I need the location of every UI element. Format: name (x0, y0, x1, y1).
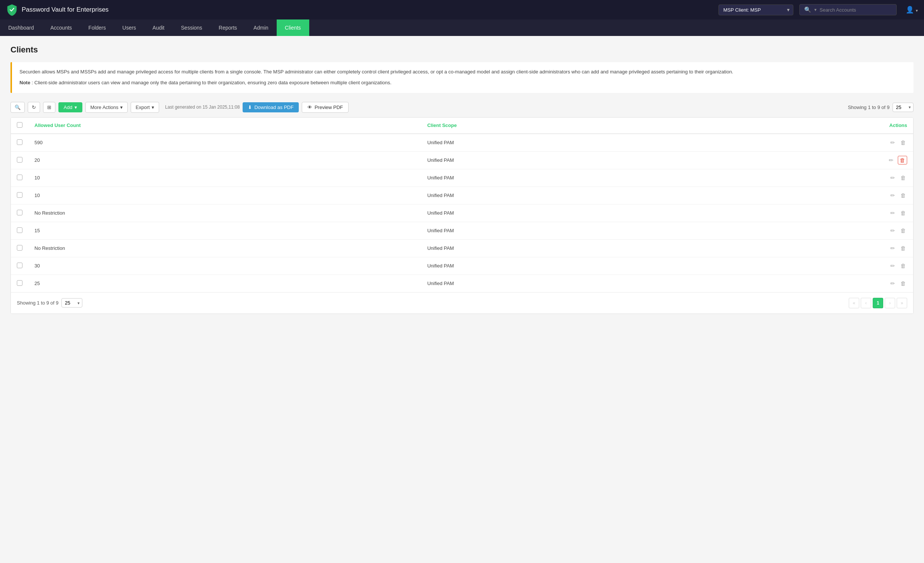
row-checkbox[interactable] (17, 157, 22, 162)
more-actions-button[interactable]: More Actions ▾ (86, 102, 128, 113)
delete-button[interactable]: 🗑 (899, 173, 907, 182)
export-chevron-icon: ▾ (152, 105, 154, 110)
edit-button[interactable]: ✏ (888, 156, 895, 165)
columns-button[interactable]: ⊞ (43, 102, 56, 113)
bottom-per-page-select[interactable]: 25 50 100 (62, 298, 82, 308)
cell-client-scope: Unified PAM (421, 239, 701, 257)
cell-client-scope: Unified PAM (421, 257, 701, 275)
row-checkbox-cell (11, 257, 28, 275)
row-checkbox[interactable] (17, 210, 22, 215)
table-row: 20Unified PAM✏🗑 (11, 151, 913, 169)
row-checkbox[interactable] (17, 280, 22, 286)
refresh-button[interactable]: ↻ (28, 102, 40, 113)
bottom-per-page-wrapper[interactable]: 25 50 100 (62, 298, 82, 308)
nav-item-accounts[interactable]: Accounts (42, 20, 81, 36)
export-button[interactable]: Export ▾ (130, 102, 159, 113)
search-input[interactable] (819, 7, 892, 13)
showing-info: Showing 1 to 9 of 9 25 50 100 (848, 103, 914, 112)
preview-pdf-button[interactable]: 👁 Preview PDF (302, 102, 348, 113)
note-text: : Client-side administrator users can vi… (32, 80, 392, 86)
cell-actions: ✏🗑 (701, 257, 913, 275)
info-note: Note : Client-side administrator users c… (20, 79, 906, 87)
msp-dropdown[interactable]: MSP Client: MSP (718, 5, 794, 15)
cell-allowed-user-count: 20 (28, 151, 421, 169)
msp-selector[interactable]: MSP Client: MSP (718, 5, 794, 15)
logo-icon (6, 4, 18, 16)
nav-item-admin[interactable]: Admin (245, 20, 277, 36)
table-body: 590Unified PAM✏🗑20Unified PAM✏🗑10Unified… (11, 134, 913, 292)
row-checkbox[interactable] (17, 263, 22, 268)
cell-actions: ✏🗑 (701, 151, 913, 169)
cell-actions: ✏🗑 (701, 169, 913, 186)
row-checkbox-cell (11, 151, 28, 169)
delete-button[interactable]: 🗑 (899, 261, 907, 270)
preview-icon: 👁 (308, 105, 312, 110)
per-page-wrapper[interactable]: 25 50 100 (892, 103, 914, 112)
delete-button[interactable]: 🗑 (899, 226, 907, 235)
edit-button[interactable]: ✏ (889, 173, 896, 182)
table-row: No RestrictionUnified PAM✏🗑 (11, 239, 913, 257)
next-page-button[interactable]: › (885, 298, 895, 308)
row-checkbox-cell (11, 275, 28, 292)
nav-item-folders[interactable]: Folders (80, 20, 114, 36)
page-content: Clients Securden allows MSPs and MSSPs a… (0, 36, 924, 563)
delete-button[interactable]: 🗑 (899, 244, 907, 252)
main-nav: Dashboard Accounts Folders Users Audit S… (0, 20, 924, 36)
user-icon[interactable]: 👤 ▾ (906, 6, 918, 14)
search-button[interactable]: 🔍 (10, 102, 25, 113)
delete-button[interactable]: 🗑 (898, 156, 907, 164)
edit-button[interactable]: ✏ (889, 209, 896, 218)
first-page-button[interactable]: « (849, 298, 859, 308)
download-pdf-button[interactable]: ⬇ Download as PDF (243, 102, 299, 113)
edit-button[interactable]: ✏ (889, 138, 896, 147)
edit-button[interactable]: ✏ (889, 261, 896, 270)
row-checkbox[interactable] (17, 227, 22, 233)
delete-button[interactable]: 🗑 (899, 279, 907, 288)
search-area[interactable]: 🔍 ▾ (800, 4, 897, 15)
edit-button[interactable]: ✏ (889, 279, 896, 288)
clients-table-container: Allowed User Count Client Scope Actions … (10, 117, 914, 314)
row-checkbox[interactable] (17, 245, 22, 251)
edit-button[interactable]: ✏ (889, 191, 896, 200)
cell-allowed-user-count: 15 (28, 222, 421, 239)
info-text: Securden allows MSPs and MSSPs add and m… (20, 68, 906, 76)
cell-actions: ✏🗑 (701, 275, 913, 292)
pagination: « ‹ 1 › » (849, 298, 907, 308)
col-header-actions: Actions (701, 118, 913, 134)
last-page-button[interactable]: » (897, 298, 907, 308)
nav-item-dashboard[interactable]: Dashboard (0, 20, 42, 36)
row-checkbox[interactable] (17, 192, 22, 198)
add-button[interactable]: Add ▾ (58, 102, 82, 113)
add-chevron-icon: ▾ (75, 105, 77, 110)
nav-item-reports[interactable]: Reports (210, 20, 245, 36)
app-title: Password Vault for Enterprises (22, 6, 109, 14)
cell-actions: ✏🗑 (701, 239, 913, 257)
delete-button[interactable]: 🗑 (899, 209, 907, 217)
bottom-showing-text: Showing 1 to 9 of 9 (17, 300, 58, 306)
table-row: 30Unified PAM✏🗑 (11, 257, 913, 275)
nav-item-users[interactable]: Users (114, 20, 144, 36)
export-label: Export (135, 105, 150, 110)
per-page-select[interactable]: 25 50 100 (892, 103, 914, 112)
nav-item-clients[interactable]: Clients (277, 20, 309, 36)
row-checkbox-cell (11, 222, 28, 239)
delete-button[interactable]: 🗑 (899, 138, 907, 147)
prev-page-button[interactable]: ‹ (861, 298, 871, 308)
select-all-header[interactable] (11, 118, 28, 134)
showing-text: Showing 1 to 9 of 9 (848, 105, 890, 110)
nav-item-audit[interactable]: Audit (144, 20, 172, 36)
table-row: No RestrictionUnified PAM✏🗑 (11, 204, 913, 222)
row-checkbox[interactable] (17, 174, 22, 180)
select-all-checkbox[interactable] (17, 122, 22, 128)
nav-item-sessions[interactable]: Sessions (172, 20, 210, 36)
page-title: Clients (10, 45, 914, 55)
edit-button[interactable]: ✏ (889, 226, 896, 235)
page-1-button[interactable]: 1 (873, 298, 883, 308)
search-icon[interactable]: 🔍 (804, 6, 811, 13)
col-header-client-scope: Client Scope (421, 118, 701, 134)
edit-button[interactable]: ✏ (889, 244, 896, 253)
cell-actions: ✏🗑 (701, 134, 913, 152)
row-checkbox[interactable] (17, 140, 22, 145)
delete-button[interactable]: 🗑 (899, 191, 907, 200)
toolbar: 🔍 ↻ ⊞ Add ▾ More Actions ▾ Export ▾ Last… (10, 102, 914, 113)
